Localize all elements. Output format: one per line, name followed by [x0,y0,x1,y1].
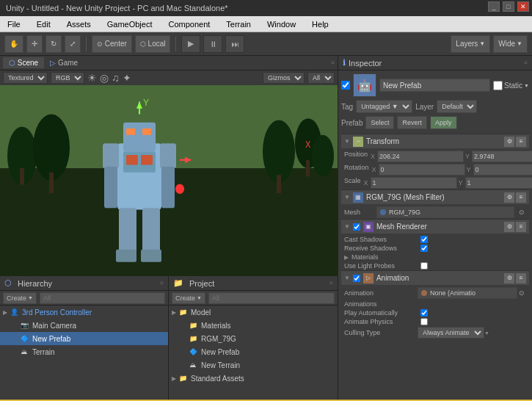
project-item-newprefab[interactable]: 🔷 New Prefab [169,345,338,358]
play-button[interactable]: ▶ [181,35,200,53]
rotation-y-input[interactable]: 0 [473,164,532,176]
pause-button[interactable]: ⏸ [203,35,222,53]
hierarchy-item-prefab[interactable]: 🔷 New Prefab [0,332,168,345]
menu-edit[interactable]: Edit [32,18,55,30]
meshfilter-settings-icon[interactable]: ⚙ [504,192,514,203]
rotation-row: Rotation X 0 Y 0 Z 0 [341,163,529,176]
scene-viewport[interactable]: Y X [0,85,338,276]
cast-shadows-checkbox[interactable] [420,236,428,243]
meshrenderer-menu-icon[interactable]: ≡ [516,222,526,232]
menu-assets[interactable]: Assets [62,18,95,30]
center-icon: ⊙ [97,40,103,48]
project-icon: 📁 [173,278,183,288]
rotate-tool-button[interactable]: ↻ [45,35,62,53]
layers-button[interactable]: Layers ▼ [451,35,490,53]
transform-settings-icon[interactable]: ⚙ [504,137,514,147]
animation-header[interactable]: ▼ ▷ Animation ⚙ ≡ [341,270,529,285]
light-probes-label: Use Light Probes [344,262,418,270]
scale-x-input[interactable]: 1 [371,177,457,189]
minimize-button[interactable]: _ [488,1,500,12]
tab-scene[interactable]: ⬡ Scene [3,57,44,68]
position-x-input[interactable]: 206.24 [377,151,464,162]
rgb-dropdown[interactable]: RGB [51,72,84,84]
meshfilter-menu-icon[interactable]: ≡ [516,192,526,203]
menu-file[interactable]: File [3,18,25,30]
position-fields: X 206.24 Y 2.9748 Z 92.913 [371,151,532,162]
scale-y-field: Y 1 [459,177,532,189]
tag-select[interactable]: Untagged ▼ [356,100,412,113]
object-name-field[interactable] [379,79,490,92]
title-text: Unity - Untitled - New Unity Project - P… [6,4,228,12]
culling-type-select[interactable]: Always Animate [418,327,484,339]
prefab-apply-button[interactable]: Apply [430,116,457,129]
effects-icon[interactable]: ✦ [123,72,131,84]
animation-menu-icon[interactable]: ≡ [516,273,526,283]
menu-component[interactable]: Component [164,18,214,30]
position-y-input[interactable]: 2.9748 [472,151,532,162]
maximize-button[interactable]: □ [503,1,514,12]
tab-game[interactable]: ▷ Game [44,57,84,68]
inspector-content: 🤖 Static ▼ Tag Untagged ▼ Layer Default [338,71,532,400]
menu-terrain[interactable]: Terrain [222,18,255,30]
project-item-newterrain[interactable]: ⛰ New Terrain [169,358,338,372]
culling-label: Culling Type [344,329,418,336]
move-tool-button[interactable]: ✛ [26,35,43,53]
sun-icon[interactable]: ☀ [87,72,97,84]
local-toggle-button[interactable]: ⬡ Local [135,35,171,53]
step-button[interactable]: ⏭ [225,35,244,53]
prefab-select-button[interactable]: Select [365,116,394,129]
lighting-icon[interactable]: ◎ [100,72,109,84]
sound-icon[interactable]: ♫ [112,72,120,84]
local-label: Local [148,40,166,48]
hierarchy-search[interactable] [40,292,165,304]
rotation-x-input[interactable]: 0 [379,164,465,176]
receive-shadows-checkbox[interactable] [420,245,428,252]
svg-rect-5 [49,173,54,193]
object-active-checkbox[interactable] [341,81,350,90]
prefab-revert-button[interactable]: Revert [397,116,427,129]
materials-section[interactable]: ▶ Materials [341,253,529,261]
meshrenderer-enabled-checkbox[interactable] [353,223,360,231]
hierarchy-item-camera[interactable]: 📷 Main Camera [0,319,168,332]
menu-window[interactable]: Window [263,18,300,30]
light-probes-checkbox[interactable] [420,262,428,270]
animate-physics-checkbox[interactable] [420,318,428,325]
mesh-renderer-header[interactable]: ▼ ▣ Mesh Renderer ⚙ ≡ [341,219,529,234]
project-item-rgm[interactable]: 📁 RGM_79G [169,332,338,345]
animation-settings-icon[interactable]: ⚙ [504,273,514,283]
controller-icon: 👤 [10,308,21,316]
hierarchy-item-terrain[interactable]: ⛰ Terrain [0,345,168,358]
center-toggle-button[interactable]: ⊙ Center [92,35,132,53]
project-item-model[interactable]: ▶ 📁 Model [169,306,338,319]
project-search[interactable] [208,292,335,304]
scale-y-input[interactable]: 1 [465,177,532,189]
menu-gameobject[interactable]: GameObject [103,18,157,30]
hand-tool-button[interactable]: ✋ [4,35,23,53]
camera-icon: 📷 [21,322,31,329]
static-checkbox[interactable] [493,81,503,90]
textured-dropdown[interactable]: Textured [3,72,48,84]
all-dropdown[interactable]: All [307,72,335,84]
meshrenderer-settings-icon[interactable]: ⚙ [504,222,514,232]
project-create-button[interactable]: Create ▼ [172,292,205,304]
scale-tool-button[interactable]: ⤢ [65,35,81,53]
play-auto-checkbox[interactable] [420,309,428,317]
gizmos-button[interactable]: Gizmos [263,72,305,84]
project-header: 📁 Project ≡ [169,276,338,291]
transform-header[interactable]: ▼ ↔ Transform ⚙ ≡ [341,134,529,148]
close-button[interactable]: ✕ [517,1,529,12]
animation-enabled-checkbox[interactable] [353,275,360,282]
wide-layout-button[interactable]: Wide ▼ [493,35,528,53]
menu-help[interactable]: Help [307,18,333,30]
mesh-pick-icon[interactable]: ⊙ [517,209,526,216]
expand-arrow-controller: ▶ [3,309,10,316]
transform-menu-icon[interactable]: ≡ [516,137,526,147]
project-item-standard[interactable]: ▶ 📁 Standard Assets [169,372,338,385]
layer-select[interactable]: Default [437,100,477,113]
anim-pick-icon[interactable]: ⊙ [517,289,526,297]
mesh-filter-header[interactable]: ▼ ▦ RGM_79G (Mesh Filter) ⚙ ≡ [341,189,529,204]
hierarchy-item-controller[interactable]: ▶ 👤 3rd Person Controller [0,306,168,319]
project-item-materials[interactable]: 📁 Materials [169,319,338,332]
hierarchy-create-button[interactable]: Create ▼ [3,292,37,304]
meshfilter-expand-icon: ▼ [344,194,350,201]
